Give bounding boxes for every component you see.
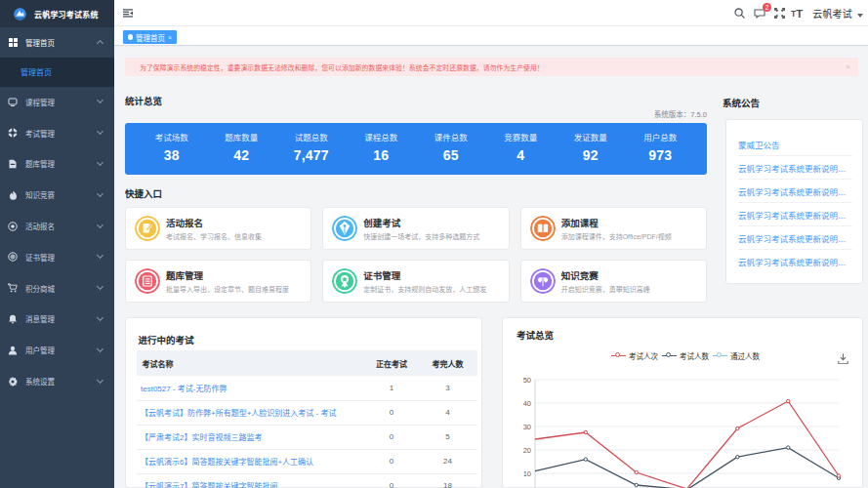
svg-text:50: 50	[523, 376, 531, 385]
svg-text:20: 20	[523, 446, 531, 455]
svg-text:40: 40	[523, 399, 531, 408]
svg-text:30: 30	[523, 423, 531, 431]
svg-text:10: 10	[523, 469, 531, 478]
